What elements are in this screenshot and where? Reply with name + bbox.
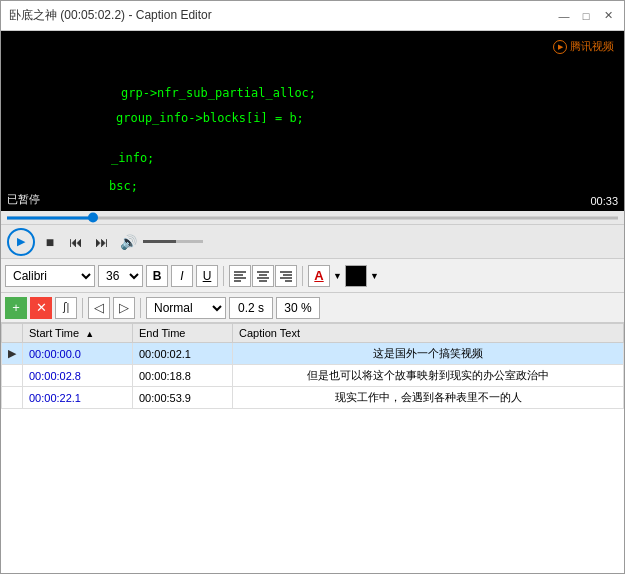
progress-bar[interactable] xyxy=(1,211,624,225)
bg-color-swatch[interactable] xyxy=(345,265,367,287)
video-status-left: 已暂停 xyxy=(7,192,40,207)
duration-input[interactable] xyxy=(229,297,273,319)
font-color-button[interactable]: A xyxy=(308,265,330,287)
caption-toolbar: + ✕ ʃ| ◁ ▷ NormalBoldItalic xyxy=(1,293,624,323)
col-header-start-time[interactable]: Start Time ▲ xyxy=(23,324,133,343)
caption-table-wrapper[interactable]: Start Time ▲ End Time Caption Text ▶ 00:… xyxy=(1,323,624,574)
sort-arrow-start: ▲ xyxy=(85,329,94,339)
dropdown-arrow-color[interactable]: ▼ xyxy=(333,271,342,281)
row-end-time-1: 00:00:18.8 xyxy=(133,365,233,387)
table-header-row: Start Time ▲ End Time Caption Text xyxy=(2,324,624,343)
code-line-3: _info; xyxy=(111,151,154,165)
delete-caption-button[interactable]: ✕ xyxy=(30,297,52,319)
minimize-button[interactable]: — xyxy=(556,8,572,24)
video-content: grp->nfr_sub_partial_alloc; group_info->… xyxy=(1,31,624,211)
row-caption-text-1: 但是也可以将这个故事映射到现实的办公室政治中 xyxy=(233,365,624,387)
align-right-button[interactable] xyxy=(275,265,297,287)
progress-thumb[interactable] xyxy=(88,213,98,223)
col-header-caption-text[interactable]: Caption Text xyxy=(233,324,624,343)
row-end-time-2: 00:00:53.9 xyxy=(133,387,233,409)
controls-bar: ▶ ■ ⏮ ⏭ 🔊 xyxy=(1,225,624,259)
next-frame-button[interactable]: ⏭ xyxy=(91,231,113,253)
shift-right-button[interactable]: ▷ xyxy=(113,297,135,319)
caption-table-section: Start Time ▲ End Time Caption Text ▶ 00:… xyxy=(1,323,624,574)
video-status-right: 00:33 xyxy=(590,195,618,207)
play-button[interactable]: ▶ xyxy=(7,228,35,256)
divider-1 xyxy=(223,266,224,286)
caption-style-select[interactable]: NormalBoldItalic xyxy=(146,297,226,319)
main-content: grp->nfr_sub_partial_alloc; group_info->… xyxy=(1,31,624,574)
row-arrow-1 xyxy=(2,365,23,387)
watermark: ▶ 腾讯视频 xyxy=(553,39,614,54)
row-arrow-0: ▶ xyxy=(2,343,23,365)
code-line-2: group_info->blocks[i] = b; xyxy=(116,111,304,125)
watermark-icon: ▶ xyxy=(553,40,567,54)
divider-4 xyxy=(140,298,141,318)
percent-input[interactable] xyxy=(276,297,320,319)
row-end-time-0: 00:00:02.1 xyxy=(133,343,233,365)
row-arrow-2 xyxy=(2,387,23,409)
format-toolbar: Calibri 36 B I U A ▼ ▼ xyxy=(1,259,624,293)
prev-frame-button[interactable]: ⏮ xyxy=(65,231,87,253)
progress-track[interactable] xyxy=(7,216,618,219)
row-start-time-0: 00:00:00.0 xyxy=(23,343,133,365)
title-bar: 卧底之神 (00:05:02.2) - Caption Editor — □ ✕ xyxy=(1,1,624,31)
font-family-select[interactable]: Calibri xyxy=(5,265,95,287)
window-title: 卧底之神 (00:05:02.2) - Caption Editor xyxy=(9,7,212,24)
table-row[interactable]: 00:00:02.8 00:00:18.8 但是也可以将这个故事映射到现实的办公… xyxy=(2,365,624,387)
close-button[interactable]: ✕ xyxy=(600,8,616,24)
font-size-select[interactable]: 36 xyxy=(98,265,143,287)
align-center-button[interactable] xyxy=(252,265,274,287)
row-start-time-2: 00:00:22.1 xyxy=(23,387,133,409)
row-caption-text-2: 现实工作中，会遇到各种表里不一的人 xyxy=(233,387,624,409)
maximize-button[interactable]: □ xyxy=(578,8,594,24)
col-header-arrow xyxy=(2,324,23,343)
code-line-4: bsc; xyxy=(109,179,138,193)
italic-button[interactable]: I xyxy=(171,265,193,287)
add-caption-button[interactable]: + xyxy=(5,297,27,319)
bold-button[interactable]: B xyxy=(146,265,168,287)
code-line-1: grp->nfr_sub_partial_alloc; xyxy=(121,86,316,100)
shift-left-button[interactable]: ◁ xyxy=(88,297,110,319)
video-area: grp->nfr_sub_partial_alloc; group_info->… xyxy=(1,31,624,211)
col-header-end-time[interactable]: End Time xyxy=(133,324,233,343)
caption-table: Start Time ▲ End Time Caption Text ▶ 00:… xyxy=(1,323,624,409)
underline-button[interactable]: U xyxy=(196,265,218,287)
watermark-text: 腾讯视频 xyxy=(570,39,614,54)
stop-button[interactable]: ■ xyxy=(39,231,61,253)
dropdown-arrow-bg[interactable]: ▼ xyxy=(370,271,379,281)
row-caption-text-0: 这是国外一个搞笑视频 xyxy=(233,343,624,365)
volume-button[interactable]: 🔊 xyxy=(117,231,139,253)
row-start-time-1: 00:00:02.8 xyxy=(23,365,133,387)
volume-slider[interactable] xyxy=(143,240,203,243)
title-bar-controls: — □ ✕ xyxy=(556,8,616,24)
font-color-icon: A xyxy=(314,268,323,283)
divider-3 xyxy=(82,298,83,318)
merge-caption-button[interactable]: ʃ| xyxy=(55,297,77,319)
align-group xyxy=(229,265,297,287)
align-left-button[interactable] xyxy=(229,265,251,287)
progress-fill xyxy=(7,216,93,219)
table-row[interactable]: ▶ 00:00:00.0 00:00:02.1 这是国外一个搞笑视频 xyxy=(2,343,624,365)
divider-2 xyxy=(302,266,303,286)
table-row[interactable]: 00:00:22.1 00:00:53.9 现实工作中，会遇到各种表里不一的人 xyxy=(2,387,624,409)
volume-fill xyxy=(143,240,176,243)
